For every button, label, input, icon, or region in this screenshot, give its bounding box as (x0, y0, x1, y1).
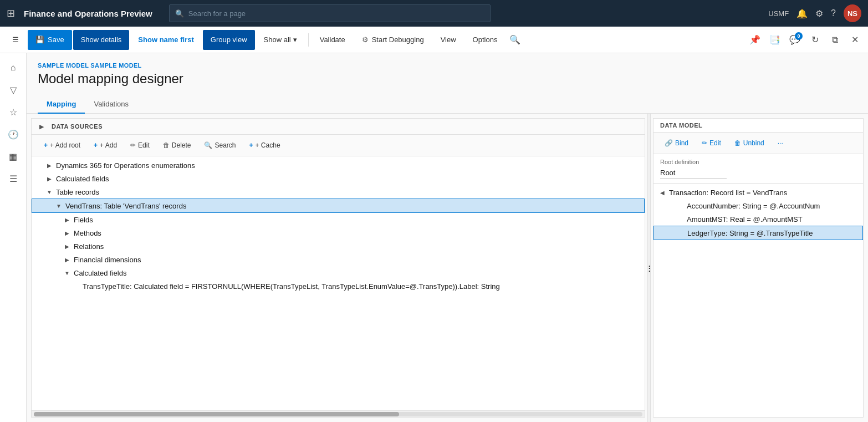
delete-button[interactable]: 🗑 Delete (157, 139, 197, 151)
dm-toolbar: 🔗 Bind ✏ Edit 🗑 Unbind ··· (653, 133, 863, 154)
tree-item-calc[interactable]: ▶ Calculated fields (32, 172, 645, 185)
toolbar: ☰ 💾 Save Show details Show name first Gr… (0, 27, 868, 53)
badge-button[interactable]: 💬 0 (786, 31, 804, 49)
tree-item-relations[interactable]: ▶ Relations (32, 240, 645, 253)
avatar[interactable]: NS (844, 4, 861, 22)
show-all-button[interactable]: Show all ▾ (256, 30, 305, 50)
bookmark-icon[interactable]: 📑 (766, 31, 784, 49)
bind-button[interactable]: 🔗 Bind (660, 137, 693, 149)
add-button[interactable]: + + Add (88, 139, 122, 151)
plus-icon-2: + (94, 141, 98, 149)
expand-icon-calc[interactable]: ▶ (45, 174, 54, 183)
validate-button[interactable]: Validate (312, 30, 353, 50)
show-details-button[interactable]: Show details (73, 30, 130, 50)
edit-icon: ✏ (130, 141, 136, 149)
tree-item-enum[interactable]: ▶ Dynamics 365 for Operations enumeratio… (32, 159, 645, 172)
start-debugging-button[interactable]: ⚙ Start Debugging (354, 30, 432, 50)
panel-content: ▶ DATA SOURCES + + Add root + + Add ✏ Ed… (27, 114, 868, 422)
debug-icon: ⚙ (362, 35, 369, 44)
sidebar-recent-icon[interactable]: 🕐 (3, 124, 23, 144)
search-bar: 🔍 (169, 4, 491, 22)
search-ds-icon: 🔍 (204, 141, 212, 149)
pin-icon[interactable]: 📌 (746, 31, 764, 49)
data-sources-tree: ▶ Dynamics 365 for Operations enumeratio… (32, 156, 645, 410)
expand-icon-vendtrans[interactable]: ▼ (54, 201, 63, 210)
root-def-value: Root (660, 167, 727, 179)
tab-mapping[interactable]: Mapping (38, 95, 85, 114)
expand-icon-calc2[interactable]: ▼ (63, 268, 72, 277)
expand-icon-fields[interactable]: ▶ (63, 215, 72, 224)
data-sources-toolbar: + + Add root + + Add ✏ Edit 🗑 Delete (32, 135, 645, 156)
data-model-tree: ◀ Transaction: Record list = VendTrans A… (653, 184, 863, 417)
save-button[interactable]: 💾 Save (28, 30, 72, 50)
search-button[interactable]: 🔍 Search (198, 139, 241, 151)
dm-tree-item-ledger[interactable]: LedgerType: String = @.TransTypeTitle (653, 226, 863, 240)
tree-item-table[interactable]: ▼ Table records (32, 185, 645, 199)
page-header: SAMPLE MODEL SAMPLE MODEL Model mapping … (27, 53, 868, 95)
sidebar-home-icon[interactable]: ⌂ (3, 58, 23, 78)
expand-icon-methods[interactable]: ▶ (63, 228, 72, 237)
dm-expand-icon-account (676, 201, 685, 210)
bind-icon: 🔗 (665, 139, 673, 147)
tree-item-fields[interactable]: ▶ Fields (32, 213, 645, 226)
top-nav: ⊞ Finance and Operations Preview 🔍 USMF … (0, 0, 868, 27)
expand-icon-table[interactable]: ▼ (45, 187, 54, 196)
tree-item-calc2[interactable]: ▼ Calculated fields (32, 266, 645, 279)
sidebar-grid-icon[interactable]: ▦ (3, 146, 23, 166)
tree-item-financial[interactable]: ▶ Financial dimensions (32, 253, 645, 266)
dm-tree-item-account[interactable]: AccountNumber: String = @.AccountNum (653, 199, 863, 212)
data-model-label: DATA MODEL (653, 119, 863, 133)
panel-divider[interactable]: ⋮ (647, 114, 651, 422)
unbind-button[interactable]: 🗑 Unbind (730, 137, 769, 149)
tree-item-methods[interactable]: ▶ Methods (32, 226, 645, 240)
edit-button[interactable]: ✏ Edit (125, 139, 155, 151)
refresh-icon[interactable]: ↻ (806, 31, 824, 49)
cache-button[interactable]: + + Cache (244, 139, 286, 151)
page-title: Model mapping designer (38, 71, 857, 87)
panel-collapse-icon[interactable]: ▶ (36, 121, 47, 132)
grid-icon[interactable]: ⊞ (7, 7, 15, 19)
tab-validations[interactable]: Validations (85, 95, 137, 114)
unbind-icon: 🗑 (734, 139, 741, 147)
options-button[interactable]: Options (465, 30, 506, 50)
help-icon[interactable]: ? (831, 8, 836, 18)
settings-icon[interactable]: ⚙ (815, 8, 823, 19)
expand-icon-enum[interactable]: ▶ (45, 161, 54, 170)
content-area: SAMPLE MODEL SAMPLE MODEL Model mapping … (27, 53, 868, 422)
user-id: USMF (768, 9, 789, 18)
add-root-button[interactable]: + + Add root (38, 139, 86, 151)
data-model-panel: DATA MODEL 🔗 Bind ✏ Edit 🗑 Unbind (653, 118, 864, 418)
chevron-down-icon: ▾ (293, 35, 297, 44)
expand-icon-financial[interactable]: ▶ (63, 255, 72, 264)
open-new-icon[interactable]: ⧉ (826, 31, 844, 49)
expand-icon-trans (72, 282, 80, 291)
group-view-button[interactable]: Group view (203, 30, 255, 50)
sidebar-favorites-icon[interactable]: ☆ (3, 102, 23, 122)
dm-tree-item-transaction[interactable]: ◀ Transaction: Record list = VendTrans (653, 186, 863, 199)
sidebar-filter-icon[interactable]: ▽ (3, 80, 23, 100)
expand-icon-relations[interactable]: ▶ (63, 242, 72, 251)
dm-tree-item-amount[interactable]: AmountMST: Real = @.AmountMST (653, 212, 863, 226)
tree-item-transtypetitle[interactable]: TransTypeTitle: Calculated field = FIRST… (32, 279, 645, 293)
scrollbar-track (34, 412, 642, 416)
scrollbar-thumb (34, 412, 399, 416)
dm-edit-button[interactable]: ✏ Edit (697, 137, 726, 149)
more-button[interactable]: ··· (773, 137, 788, 149)
sidebar-list-icon[interactable]: ☰ (3, 169, 23, 189)
hamburger-button[interactable]: ☰ (4, 30, 27, 50)
close-icon[interactable]: ✕ (846, 31, 864, 49)
search-input[interactable] (188, 9, 484, 18)
show-name-first-button[interactable]: Show name first (130, 30, 201, 50)
dm-expand-icon-transaction[interactable]: ◀ (658, 188, 667, 197)
view-button[interactable]: View (433, 30, 464, 50)
notification-icon[interactable]: 🔔 (796, 8, 808, 19)
delete-icon: 🗑 (163, 141, 170, 149)
dm-edit-icon: ✏ (702, 139, 707, 147)
toolbar-right: 📌 📑 💬 0 ↻ ⧉ ✕ (746, 31, 864, 49)
breadcrumb: SAMPLE MODEL SAMPLE MODEL (38, 62, 857, 69)
left-sidebar: ⌂ ▽ ☆ 🕐 ▦ ☰ (0, 53, 27, 422)
horizontal-scrollbar[interactable] (32, 410, 645, 417)
cache-plus-icon: + (249, 141, 253, 149)
tree-item-vendtrans[interactable]: ▼ VendTrans: Table 'VendTrans' records (32, 199, 645, 213)
search-toolbar-button[interactable]: 🔍 (506, 31, 524, 49)
